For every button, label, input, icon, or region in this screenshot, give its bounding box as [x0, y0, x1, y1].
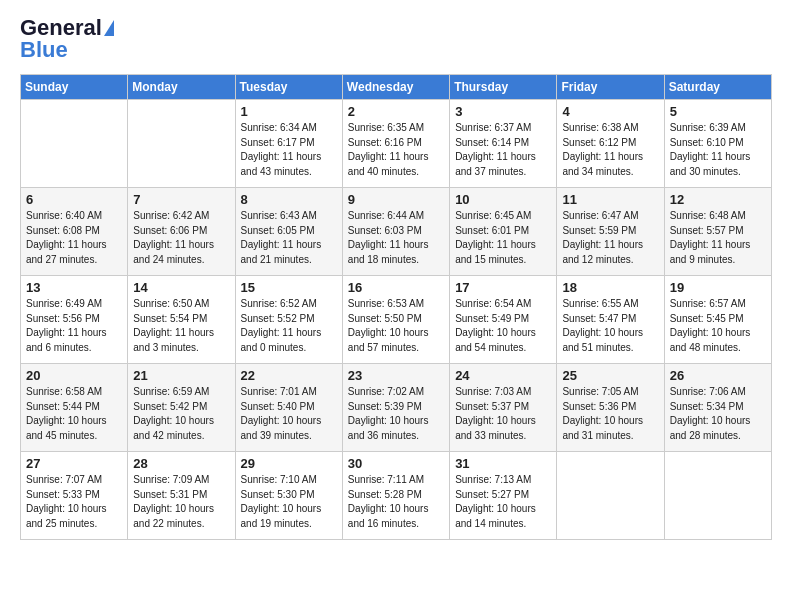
- logo: General Blue: [20, 16, 114, 62]
- day-info: Sunrise: 6:39 AM Sunset: 6:10 PM Dayligh…: [670, 121, 766, 179]
- calendar-week-3: 13Sunrise: 6:49 AM Sunset: 5:56 PM Dayli…: [21, 276, 772, 364]
- day-number: 19: [670, 280, 766, 295]
- calendar-week-5: 27Sunrise: 7:07 AM Sunset: 5:33 PM Dayli…: [21, 452, 772, 540]
- day-info: Sunrise: 7:11 AM Sunset: 5:28 PM Dayligh…: [348, 473, 444, 531]
- day-info: Sunrise: 7:09 AM Sunset: 5:31 PM Dayligh…: [133, 473, 229, 531]
- calendar-cell: [21, 100, 128, 188]
- day-number: 14: [133, 280, 229, 295]
- calendar-header-row: SundayMondayTuesdayWednesdayThursdayFrid…: [21, 75, 772, 100]
- calendar-cell: 5Sunrise: 6:39 AM Sunset: 6:10 PM Daylig…: [664, 100, 771, 188]
- header-monday: Monday: [128, 75, 235, 100]
- day-number: 15: [241, 280, 337, 295]
- day-info: Sunrise: 6:40 AM Sunset: 6:08 PM Dayligh…: [26, 209, 122, 267]
- day-number: 9: [348, 192, 444, 207]
- day-number: 31: [455, 456, 551, 471]
- calendar-cell: 14Sunrise: 6:50 AM Sunset: 5:54 PM Dayli…: [128, 276, 235, 364]
- day-info: Sunrise: 7:10 AM Sunset: 5:30 PM Dayligh…: [241, 473, 337, 531]
- calendar-cell: 2Sunrise: 6:35 AM Sunset: 6:16 PM Daylig…: [342, 100, 449, 188]
- day-info: Sunrise: 6:34 AM Sunset: 6:17 PM Dayligh…: [241, 121, 337, 179]
- logo-triangle-icon: [104, 20, 114, 36]
- day-info: Sunrise: 6:53 AM Sunset: 5:50 PM Dayligh…: [348, 297, 444, 355]
- day-info: Sunrise: 7:01 AM Sunset: 5:40 PM Dayligh…: [241, 385, 337, 443]
- day-number: 7: [133, 192, 229, 207]
- day-number: 12: [670, 192, 766, 207]
- day-info: Sunrise: 7:06 AM Sunset: 5:34 PM Dayligh…: [670, 385, 766, 443]
- day-info: Sunrise: 6:45 AM Sunset: 6:01 PM Dayligh…: [455, 209, 551, 267]
- header-wednesday: Wednesday: [342, 75, 449, 100]
- day-info: Sunrise: 6:35 AM Sunset: 6:16 PM Dayligh…: [348, 121, 444, 179]
- day-info: Sunrise: 6:58 AM Sunset: 5:44 PM Dayligh…: [26, 385, 122, 443]
- calendar-cell: [664, 452, 771, 540]
- calendar-cell: 10Sunrise: 6:45 AM Sunset: 6:01 PM Dayli…: [450, 188, 557, 276]
- day-number: 18: [562, 280, 658, 295]
- day-number: 16: [348, 280, 444, 295]
- calendar-week-2: 6Sunrise: 6:40 AM Sunset: 6:08 PM Daylig…: [21, 188, 772, 276]
- calendar-cell: 9Sunrise: 6:44 AM Sunset: 6:03 PM Daylig…: [342, 188, 449, 276]
- calendar-cell: 28Sunrise: 7:09 AM Sunset: 5:31 PM Dayli…: [128, 452, 235, 540]
- day-info: Sunrise: 7:07 AM Sunset: 5:33 PM Dayligh…: [26, 473, 122, 531]
- calendar-cell: 26Sunrise: 7:06 AM Sunset: 5:34 PM Dayli…: [664, 364, 771, 452]
- calendar-cell: 1Sunrise: 6:34 AM Sunset: 6:17 PM Daylig…: [235, 100, 342, 188]
- day-info: Sunrise: 6:54 AM Sunset: 5:49 PM Dayligh…: [455, 297, 551, 355]
- calendar-cell: 6Sunrise: 6:40 AM Sunset: 6:08 PM Daylig…: [21, 188, 128, 276]
- calendar-cell: 3Sunrise: 6:37 AM Sunset: 6:14 PM Daylig…: [450, 100, 557, 188]
- calendar-week-1: 1Sunrise: 6:34 AM Sunset: 6:17 PM Daylig…: [21, 100, 772, 188]
- day-number: 29: [241, 456, 337, 471]
- header-sunday: Sunday: [21, 75, 128, 100]
- day-number: 10: [455, 192, 551, 207]
- day-number: 20: [26, 368, 122, 383]
- day-number: 6: [26, 192, 122, 207]
- calendar-cell: 8Sunrise: 6:43 AM Sunset: 6:05 PM Daylig…: [235, 188, 342, 276]
- day-number: 1: [241, 104, 337, 119]
- calendar-cell: 12Sunrise: 6:48 AM Sunset: 5:57 PM Dayli…: [664, 188, 771, 276]
- day-info: Sunrise: 6:47 AM Sunset: 5:59 PM Dayligh…: [562, 209, 658, 267]
- day-number: 28: [133, 456, 229, 471]
- calendar-cell: 31Sunrise: 7:13 AM Sunset: 5:27 PM Dayli…: [450, 452, 557, 540]
- calendar-cell: [128, 100, 235, 188]
- day-number: 3: [455, 104, 551, 119]
- day-number: 24: [455, 368, 551, 383]
- day-info: Sunrise: 6:55 AM Sunset: 5:47 PM Dayligh…: [562, 297, 658, 355]
- day-info: Sunrise: 7:13 AM Sunset: 5:27 PM Dayligh…: [455, 473, 551, 531]
- calendar-cell: 16Sunrise: 6:53 AM Sunset: 5:50 PM Dayli…: [342, 276, 449, 364]
- calendar-cell: 17Sunrise: 6:54 AM Sunset: 5:49 PM Dayli…: [450, 276, 557, 364]
- calendar-cell: 25Sunrise: 7:05 AM Sunset: 5:36 PM Dayli…: [557, 364, 664, 452]
- calendar-cell: 15Sunrise: 6:52 AM Sunset: 5:52 PM Dayli…: [235, 276, 342, 364]
- day-info: Sunrise: 6:38 AM Sunset: 6:12 PM Dayligh…: [562, 121, 658, 179]
- day-info: Sunrise: 6:43 AM Sunset: 6:05 PM Dayligh…: [241, 209, 337, 267]
- calendar-cell: [557, 452, 664, 540]
- header-thursday: Thursday: [450, 75, 557, 100]
- day-number: 26: [670, 368, 766, 383]
- day-info: Sunrise: 7:02 AM Sunset: 5:39 PM Dayligh…: [348, 385, 444, 443]
- day-number: 22: [241, 368, 337, 383]
- calendar-cell: 22Sunrise: 7:01 AM Sunset: 5:40 PM Dayli…: [235, 364, 342, 452]
- header-tuesday: Tuesday: [235, 75, 342, 100]
- day-info: Sunrise: 6:49 AM Sunset: 5:56 PM Dayligh…: [26, 297, 122, 355]
- day-number: 5: [670, 104, 766, 119]
- day-info: Sunrise: 6:59 AM Sunset: 5:42 PM Dayligh…: [133, 385, 229, 443]
- day-number: 13: [26, 280, 122, 295]
- day-number: 4: [562, 104, 658, 119]
- day-number: 21: [133, 368, 229, 383]
- calendar-cell: 21Sunrise: 6:59 AM Sunset: 5:42 PM Dayli…: [128, 364, 235, 452]
- day-number: 23: [348, 368, 444, 383]
- calendar-cell: 30Sunrise: 7:11 AM Sunset: 5:28 PM Dayli…: [342, 452, 449, 540]
- calendar-week-4: 20Sunrise: 6:58 AM Sunset: 5:44 PM Dayli…: [21, 364, 772, 452]
- day-number: 11: [562, 192, 658, 207]
- calendar-cell: 11Sunrise: 6:47 AM Sunset: 5:59 PM Dayli…: [557, 188, 664, 276]
- day-info: Sunrise: 6:44 AM Sunset: 6:03 PM Dayligh…: [348, 209, 444, 267]
- calendar-table: SundayMondayTuesdayWednesdayThursdayFrid…: [20, 74, 772, 540]
- day-number: 25: [562, 368, 658, 383]
- day-info: Sunrise: 6:37 AM Sunset: 6:14 PM Dayligh…: [455, 121, 551, 179]
- calendar-cell: 29Sunrise: 7:10 AM Sunset: 5:30 PM Dayli…: [235, 452, 342, 540]
- day-info: Sunrise: 6:42 AM Sunset: 6:06 PM Dayligh…: [133, 209, 229, 267]
- logo-line2: Blue: [20, 38, 68, 62]
- day-number: 30: [348, 456, 444, 471]
- day-info: Sunrise: 6:52 AM Sunset: 5:52 PM Dayligh…: [241, 297, 337, 355]
- page-header: General Blue: [20, 16, 772, 62]
- calendar-cell: 23Sunrise: 7:02 AM Sunset: 5:39 PM Dayli…: [342, 364, 449, 452]
- calendar-cell: 7Sunrise: 6:42 AM Sunset: 6:06 PM Daylig…: [128, 188, 235, 276]
- header-saturday: Saturday: [664, 75, 771, 100]
- day-number: 2: [348, 104, 444, 119]
- day-number: 17: [455, 280, 551, 295]
